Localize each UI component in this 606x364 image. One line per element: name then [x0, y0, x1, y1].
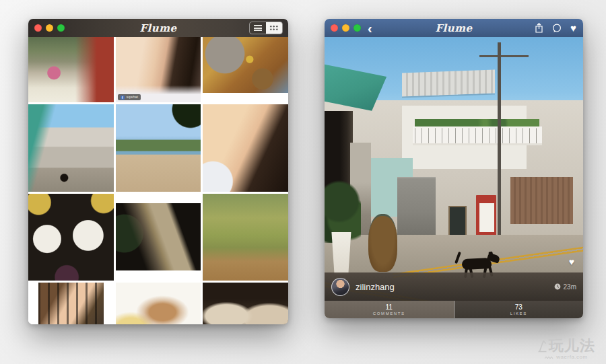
minimize-button[interactable]: [342, 24, 349, 32]
squiggle-icon: [545, 356, 554, 359]
grid-icon: [269, 25, 279, 32]
zoom-button[interactable]: [57, 24, 65, 32]
photo-tile[interactable]: [28, 37, 114, 102]
like-button[interactable]: ♥: [570, 23, 576, 33]
username[interactable]: zilinzhang: [356, 282, 395, 292]
list-view-button[interactable]: [250, 22, 266, 34]
photo: [116, 203, 201, 270]
facebook-icon: f: [121, 96, 125, 100]
photo-tile[interactable]: [203, 104, 288, 192]
utility-pole: [498, 42, 501, 243]
watermark-text: 玩儿法: [549, 338, 595, 353]
repost-label: sqwhat: [127, 94, 139, 100]
likes-count: 73: [515, 303, 523, 311]
photo-tile[interactable]: [28, 283, 114, 324]
repost-watermark: f sqwhat: [118, 94, 141, 100]
share-icon: [535, 23, 543, 33]
close-button[interactable]: [331, 24, 338, 32]
minimize-button[interactable]: [46, 24, 53, 32]
stats-bar: 11 COMMENTS 73 LIKES: [325, 301, 583, 318]
grid-view-button[interactable]: [266, 22, 282, 34]
pole-crossbar: [479, 55, 529, 57]
photo: [116, 37, 201, 102]
traffic-lights: [331, 24, 361, 32]
comments-count: 11: [386, 303, 393, 311]
photo: [203, 37, 288, 93]
likes-label: LIKES: [510, 311, 527, 316]
photo-tile[interactable]: [203, 194, 288, 281]
comments-button[interactable]: [552, 24, 562, 33]
time-label: 23m: [564, 283, 576, 291]
lamp-icon: [537, 340, 547, 353]
likes-tab[interactable]: 73 LIKES: [454, 301, 584, 318]
photo-tile[interactable]: [28, 104, 114, 192]
flume-grid-window: Flume f sqwhat: [28, 19, 288, 324]
traffic-lights: [34, 24, 65, 32]
comments-label: COMMENTS: [373, 311, 405, 316]
roof-canopy: [402, 70, 495, 97]
comments-tab[interactable]: 11 COMMENTS: [325, 301, 454, 318]
photo: [28, 194, 114, 281]
photo-tile[interactable]: f sqwhat: [116, 37, 201, 102]
photo-detail[interactable]: ♥ zilinzhang 23m: [325, 37, 583, 301]
photo: [203, 194, 288, 281]
photo: [203, 283, 288, 324]
photo: [116, 283, 201, 324]
photo-tile[interactable]: [116, 104, 201, 192]
brown-fence: [510, 177, 572, 225]
electrical-box: [397, 177, 436, 235]
photo-tile[interactable]: [28, 194, 114, 281]
balcony-railing: [413, 126, 542, 145]
photo-grid: f sqwhat: [28, 37, 288, 324]
clock-icon: [554, 283, 561, 290]
back-button[interactable]: ‹: [368, 22, 372, 34]
view-toggle: [249, 22, 283, 34]
watermark-domain: waerfa.com: [556, 355, 587, 360]
timestamp: 23m: [554, 283, 576, 291]
titlebar[interactable]: ‹ Flume ♥: [325, 19, 583, 37]
photo: [38, 283, 104, 324]
photo-like-heart-icon[interactable]: ♥: [569, 256, 574, 267]
list-icon: [254, 25, 262, 31]
share-button[interactable]: [535, 23, 543, 33]
titlebar[interactable]: Flume: [28, 19, 288, 37]
ceramic-urn: [368, 214, 397, 272]
photo: [28, 104, 114, 192]
zoom-button[interactable]: [354, 24, 361, 32]
photo-tile[interactable]: [116, 283, 201, 324]
photo: [203, 104, 288, 192]
avatar[interactable]: [331, 278, 349, 296]
flume-detail-window: ‹ Flume ♥: [325, 19, 583, 318]
comment-bubble-icon: [552, 24, 562, 33]
photo: [116, 104, 201, 192]
user-bar: zilinzhang 23m: [325, 272, 583, 301]
photo: [28, 37, 114, 102]
white-sign: [479, 203, 494, 232]
photo-tile[interactable]: [203, 37, 288, 102]
photo-tile[interactable]: [116, 194, 201, 281]
close-button[interactable]: [34, 24, 42, 32]
titlebar-actions: ♥: [535, 19, 576, 37]
site-watermark: 玩儿法 waerfa.com: [537, 338, 595, 360]
photo-tile[interactable]: [203, 283, 288, 324]
